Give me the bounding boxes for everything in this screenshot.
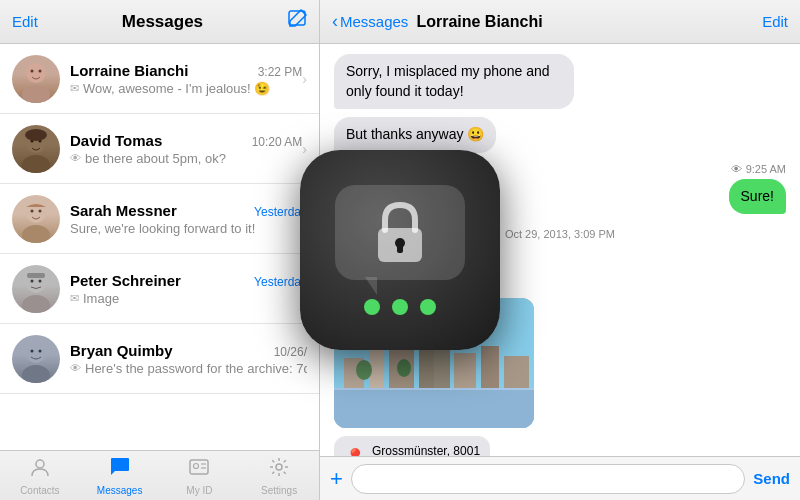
message-list: Lorraine Bianchi 3:22 PM ✉ Wow, awesome … <box>0 44 319 450</box>
location-line1: Grossmünster, 8001 <box>372 444 480 456</box>
edit-button-left[interactable]: Edit <box>12 13 38 30</box>
app-icon-overlay <box>300 150 500 350</box>
svg-rect-38 <box>481 346 499 388</box>
message-content: Bryan Quimby 10/26/ 👁 Here's the passwor… <box>70 342 307 376</box>
message-content: Peter Schreiner Yesterday ✉ Image <box>70 272 307 306</box>
message-bubble-row: Sorry, I misplaced my phone and only fou… <box>334 54 786 109</box>
list-item[interactable]: David Tomas 10:20 AM 👁 be there about 5p… <box>0 114 319 184</box>
svg-point-13 <box>39 209 42 212</box>
back-chevron-icon: ‹ <box>332 11 338 32</box>
dot-1 <box>364 299 380 315</box>
edit-button-right[interactable]: Edit <box>762 13 788 30</box>
svg-point-25 <box>194 463 199 468</box>
tab-bar: Contacts Messages My ID <box>0 450 319 500</box>
sender-name: Sarah Messner <box>70 202 177 219</box>
svg-point-28 <box>276 464 282 470</box>
svg-point-17 <box>39 279 42 282</box>
svg-point-15 <box>22 295 50 313</box>
tab-contacts[interactable]: Contacts <box>0 456 80 496</box>
myid-icon <box>188 456 210 483</box>
message-bubble-row: But thanks anyway 😀 <box>334 117 786 153</box>
sender-name: Bryan Quimby <box>70 342 173 359</box>
message-content: Lorraine Bianchi 3:22 PM ✉ Wow, awesome … <box>70 62 302 96</box>
location-pin-icon: 📍 <box>344 447 366 456</box>
svg-point-2 <box>22 85 50 103</box>
message-bubble-row: 📍 Grossmünster, 8001 Zürich, Switzerland <box>334 436 786 456</box>
sender-name: Lorraine Bianchi <box>70 62 188 79</box>
svg-point-16 <box>31 279 34 282</box>
message-time: 3:22 PM <box>258 65 303 79</box>
avatar <box>12 125 60 173</box>
svg-point-41 <box>397 359 411 377</box>
message-preview: ✉ Image <box>70 291 307 306</box>
location-bubble: 📍 Grossmünster, 8001 Zürich, Switzerland <box>334 436 490 456</box>
svg-rect-24 <box>190 460 208 474</box>
message-timestamp: 9:25 AM <box>746 163 786 175</box>
svg-point-1 <box>26 63 46 83</box>
tab-settings[interactable]: Settings <box>239 456 319 496</box>
tab-messages-label: Messages <box>97 485 143 496</box>
dot-3 <box>420 299 436 315</box>
chevron-right-icon: › <box>302 141 307 157</box>
message-time: 10/26/ <box>274 345 307 359</box>
contact-name-header: Lorraine Bianchi <box>416 13 754 31</box>
message-content: David Tomas 10:20 AM 👁 be there about 5p… <box>70 132 302 166</box>
message-preview: 👁 be there about 5pm, ok? <box>70 151 302 166</box>
avatar <box>12 195 60 243</box>
svg-rect-45 <box>397 243 403 253</box>
svg-point-22 <box>39 349 42 352</box>
chat-input[interactable] <box>351 464 745 494</box>
avatar <box>12 335 60 383</box>
location-text: Grossmünster, 8001 Zürich, Switzerland <box>372 444 480 456</box>
svg-point-23 <box>36 460 44 468</box>
svg-rect-39 <box>504 356 529 388</box>
seen-icon: 👁 <box>731 163 742 175</box>
messages-icon <box>109 456 131 483</box>
tab-myid[interactable]: My ID <box>160 456 240 496</box>
list-item[interactable]: Peter Schreiner Yesterday ✉ Image <box>0 254 319 324</box>
message-preview: Sure, we're looking forward to it! <box>70 221 307 236</box>
svg-point-9 <box>25 129 47 141</box>
svg-point-12 <box>31 209 34 212</box>
svg-point-6 <box>22 155 50 173</box>
lock-speech-bubble <box>335 185 465 295</box>
messages-title: Messages <box>122 12 203 32</box>
back-button[interactable]: ‹ Messages <box>332 11 408 32</box>
chat-bubble-received: Sorry, I misplaced my phone and only fou… <box>334 54 574 109</box>
message-preview: ✉ Wow, awesome - I'm jealous! 😉 <box>70 81 302 96</box>
icon-dots <box>364 299 436 315</box>
compose-icon[interactable] <box>287 9 307 34</box>
sender-name: David Tomas <box>70 132 162 149</box>
lock-icon <box>370 200 430 270</box>
svg-point-3 <box>31 69 34 72</box>
back-label: Messages <box>340 13 408 30</box>
attachment-button[interactable]: + <box>330 466 343 492</box>
sender-name: Peter Schreiner <box>70 272 181 289</box>
list-item[interactable]: Lorraine Bianchi 3:22 PM ✉ Wow, awesome … <box>0 44 319 114</box>
speech-bubble-tail <box>365 277 377 295</box>
chat-bubble-sent: Sure! <box>729 179 786 215</box>
send-button[interactable]: Send <box>753 470 790 487</box>
svg-point-21 <box>31 349 34 352</box>
right-header: ‹ Messages Lorraine Bianchi Edit <box>320 0 800 44</box>
tab-messages[interactable]: Messages <box>80 456 160 496</box>
avatar <box>12 55 60 103</box>
left-header: Edit Messages <box>0 0 319 44</box>
avatar <box>12 265 60 313</box>
svg-point-40 <box>356 360 372 380</box>
svg-rect-37 <box>454 353 476 388</box>
message-time: 10:20 AM <box>252 135 303 149</box>
tab-myid-label: My ID <box>186 485 212 496</box>
left-panel: Edit Messages Lorraine B <box>0 0 320 500</box>
svg-rect-18 <box>27 273 45 278</box>
settings-icon <box>268 456 290 483</box>
tab-contacts-label: Contacts <box>20 485 59 496</box>
svg-point-11 <box>22 225 50 243</box>
list-item[interactable]: Sarah Messner Yesterday Sure, we're look… <box>0 184 319 254</box>
message-preview: 👁 Here's the password for the archive: 7… <box>70 361 307 376</box>
svg-point-4 <box>39 69 42 72</box>
chat-bubble-received: But thanks anyway 😀 <box>334 117 496 153</box>
svg-point-19 <box>26 343 46 363</box>
message-content: Sarah Messner Yesterday Sure, we're look… <box>70 202 307 236</box>
list-item[interactable]: Bryan Quimby 10/26/ 👁 Here's the passwor… <box>0 324 319 394</box>
